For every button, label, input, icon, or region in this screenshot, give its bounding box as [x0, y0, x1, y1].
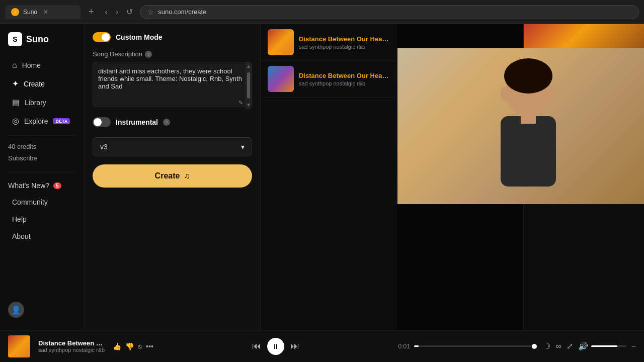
- sidebar-item-library[interactable]: ▤ Library: [4, 94, 80, 111]
- volume-fill: [591, 345, 618, 347]
- night-mode-button[interactable]: ☽: [543, 341, 550, 351]
- community-label: Community: [12, 198, 48, 206]
- list-item[interactable]: Distance Between Our Hear... sad synthpo…: [261, 61, 396, 98]
- volume-icon[interactable]: 🔊: [578, 341, 588, 351]
- sidebar-item-explore[interactable]: ◎ Explore BETA: [4, 112, 80, 130]
- minus-button[interactable]: −: [631, 342, 636, 351]
- whats-new-button[interactable]: What's New? 5: [0, 177, 84, 194]
- player-controls: ⏮ ⏸ ⏭: [162, 338, 390, 355]
- sidebar-item-library-label: Library: [25, 99, 46, 107]
- person-svg: [470, 51, 571, 202]
- song-genre-1: sad synthpop nostalgic r&b: [299, 44, 389, 50]
- explore-icon: ◎: [12, 116, 19, 126]
- description-help-icon[interactable]: ?: [145, 51, 152, 58]
- subscribe-button[interactable]: Subscribe: [0, 152, 84, 167]
- instrumental-help-icon[interactable]: ?: [163, 119, 170, 126]
- webcam-background: [397, 48, 644, 204]
- song-thumb-1: [268, 29, 294, 55]
- svg-point-5: [546, 86, 556, 101]
- svg-point-1: [504, 58, 552, 94]
- tab-title: Suno: [23, 9, 37, 16]
- song-description-label: Song Description ?: [93, 50, 252, 58]
- instrumental-row: Instrumental ?: [93, 117, 252, 127]
- song-info-2: Distance Between Our Hear... sad synthpo…: [299, 72, 389, 86]
- refresh-button[interactable]: ↺: [123, 5, 136, 19]
- scroll-thumb: [247, 72, 250, 99]
- bottom-player: Distance Between Our sad synthpop nostal…: [0, 330, 644, 362]
- song-title-1: Distance Between Our Hear...: [299, 35, 389, 43]
- version-label: v3: [100, 143, 108, 151]
- progress-bar: 0:01: [398, 343, 535, 350]
- play-pause-button[interactable]: ⏸: [267, 338, 284, 355]
- list-item[interactable]: Distance Between Our Hear... sad synthpo…: [261, 24, 396, 61]
- textarea-scrollbar[interactable]: ▲ ▼: [245, 62, 252, 109]
- song-list: Distance Between Our Hear... sad synthpo…: [261, 24, 396, 330]
- volume-track[interactable]: [591, 345, 626, 347]
- create-button[interactable]: Create ♫: [93, 164, 252, 188]
- notification-badge: 5: [53, 183, 61, 189]
- fullscreen-button[interactable]: ⤢: [567, 341, 573, 351]
- toggle-knob: [102, 33, 110, 41]
- create-icon: ✦: [12, 79, 19, 88]
- progress-fill: [414, 345, 419, 347]
- avatar-icon: 👤: [11, 305, 21, 315]
- tab-close-button[interactable]: ✕: [43, 9, 48, 16]
- beta-badge: BETA: [53, 118, 70, 124]
- sidebar-item-explore-label: Explore: [24, 117, 48, 125]
- create-button-label: Create: [155, 171, 180, 180]
- description-textarea[interactable]: distant and miss eachothers, they were s…: [93, 62, 252, 107]
- scroll-down-arrow[interactable]: ▼: [245, 101, 253, 109]
- custom-mode-toggle[interactable]: [93, 32, 111, 42]
- player-dislike-button[interactable]: 👎: [125, 342, 134, 350]
- address-bar[interactable]: ☆ suno.com/create: [140, 5, 639, 19]
- create-panel: Custom Mode Song Description ? distant a…: [85, 24, 261, 330]
- instrumental-label: Instrumental: [116, 118, 158, 126]
- sidebar: S Suno ⌂ Home ✦ Create ▤ Library ◎ Explo…: [0, 24, 85, 330]
- player-share-button[interactable]: ⎋: [138, 342, 142, 350]
- progress-dot: [532, 344, 537, 349]
- avatar[interactable]: 👤: [8, 302, 24, 318]
- logo: S Suno: [0, 32, 84, 56]
- player-title: Distance Between Our: [38, 339, 104, 347]
- player-like-button[interactable]: 👍: [113, 342, 121, 350]
- player-info: Distance Between Our sad synthpop nostal…: [38, 339, 105, 353]
- nav-controls: ‹ › ↺: [102, 5, 136, 19]
- sidebar-item-create-label: Create: [24, 80, 45, 88]
- library-icon: ▤: [12, 98, 20, 107]
- progress-track[interactable]: [414, 345, 535, 347]
- scroll-up-arrow[interactable]: ▲: [245, 62, 253, 70]
- whats-new-label: What's New?: [8, 182, 49, 190]
- back-button[interactable]: ‹: [102, 6, 111, 19]
- sidebar-item-home[interactable]: ⌂ Home: [4, 57, 80, 74]
- player-more-button[interactable]: •••: [146, 342, 153, 350]
- new-tab-button[interactable]: +: [85, 7, 98, 17]
- sidebar-divider-2: [8, 172, 76, 172]
- loop-button[interactable]: ∞: [555, 342, 561, 351]
- version-select[interactable]: v3 ▾: [93, 137, 252, 156]
- song-title-2: Distance Between Our Hear...: [299, 72, 389, 79]
- song-thumb-2: [268, 66, 294, 92]
- custom-mode-row: Custom Mode: [93, 32, 252, 42]
- svg-rect-2: [501, 116, 556, 187]
- edit-icon: ✎: [238, 100, 243, 106]
- thumb-art-2: [268, 66, 294, 92]
- about-label: About: [12, 232, 31, 240]
- next-button[interactable]: ⏭: [290, 341, 299, 351]
- instrumental-toggle[interactable]: [93, 117, 111, 127]
- music-icon: ♫: [184, 171, 190, 180]
- thumb-art-1: [268, 29, 294, 55]
- player-genre: sad synthpop nostalgic r&b: [38, 347, 105, 353]
- sidebar-item-create[interactable]: ✦ Create: [4, 75, 80, 93]
- sidebar-item-home-label: Home: [22, 61, 41, 69]
- sidebar-item-community[interactable]: Community: [4, 194, 80, 210]
- bookmark-icon: ☆: [147, 8, 154, 16]
- home-icon: ⌂: [12, 61, 17, 70]
- browser-tab[interactable]: ♪ Suno ✕: [5, 5, 80, 19]
- version-arrow: ▾: [241, 143, 245, 151]
- forward-button[interactable]: ›: [113, 6, 121, 19]
- sidebar-item-about[interactable]: About: [4, 228, 80, 244]
- sidebar-item-help[interactable]: Help: [4, 211, 80, 227]
- progress-time: 0:01: [398, 343, 410, 350]
- prev-button[interactable]: ⏮: [252, 341, 261, 351]
- url-text: suno.com/create: [158, 8, 206, 16]
